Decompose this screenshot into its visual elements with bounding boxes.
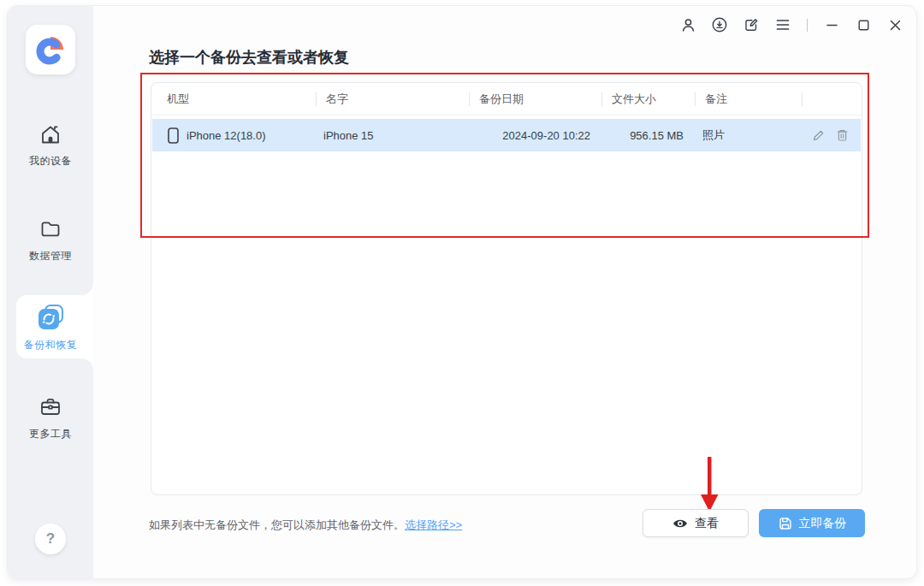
app-window: 我的设备 数据管理 备份和恢复	[7, 5, 917, 579]
tab-curve-bottom	[81, 358, 93, 370]
table-header: 机型 名字 备份日期 文件大小 备注	[151, 83, 862, 115]
save-icon	[778, 516, 792, 530]
sidebar-item-label: 更多工具	[29, 427, 72, 441]
sidebar-item-data-management[interactable]: 数据管理	[8, 216, 93, 263]
sidebar: 我的设备 数据管理 备份和恢复	[8, 6, 93, 578]
edit-pencil-icon[interactable]	[812, 129, 825, 142]
cell-date: 2024-09-20 10:22	[470, 119, 602, 151]
choose-path-link[interactable]: 选择路径>>	[405, 518, 462, 531]
header-name: 名字	[316, 83, 469, 115]
hint-text: 如果列表中无备份文件，您可以添加其他备份文件。	[149, 518, 405, 531]
help-button[interactable]: ?	[35, 524, 66, 554]
backup-button-label: 立即备份	[799, 516, 847, 531]
eye-icon	[672, 518, 688, 530]
home-icon	[38, 121, 63, 147]
feedback-icon[interactable]	[743, 17, 759, 33]
trash-icon[interactable]	[836, 128, 849, 142]
menu-icon[interactable]	[775, 17, 791, 33]
header-model: 机型	[151, 83, 316, 115]
cell-note: 照片	[696, 119, 803, 151]
header-actions	[802, 83, 862, 115]
sidebar-item-label: 备份和恢复	[24, 338, 78, 352]
table-row[interactable]: iPhone 12(18.0) iPhone 15 2024-09-20 10:…	[152, 119, 861, 151]
sidebar-item-more-tools[interactable]: 更多工具	[8, 394, 93, 441]
header-note: 备注	[695, 83, 802, 115]
sidebar-item-backup-restore[interactable]: 备份和恢复	[8, 304, 93, 352]
user-icon[interactable]	[680, 17, 696, 33]
backup-now-button[interactable]: 立即备份	[759, 509, 865, 537]
footer-hint: 如果列表中无备份文件，您可以添加其他备份文件。选择路径>>	[149, 518, 462, 533]
cell-model: iPhone 12(18.0)	[152, 119, 317, 151]
view-button-label: 查看	[695, 516, 719, 531]
model-text: iPhone 12(18.0)	[187, 129, 266, 142]
cell-size: 956.15 MB	[602, 119, 696, 151]
backup-list-panel: 机型 名字 备份日期 文件大小 备注 iPhone 12(18.0) iPhon…	[151, 82, 862, 495]
phone-icon	[168, 127, 179, 144]
minimize-button[interactable]	[824, 17, 839, 33]
app-logo-icon	[33, 32, 68, 68]
titlebar-divider	[807, 19, 808, 32]
close-button[interactable]	[887, 17, 903, 33]
header-size: 文件大小	[601, 83, 695, 115]
cell-actions	[803, 119, 861, 151]
question-icon: ?	[46, 530, 55, 548]
tab-curve-top	[81, 283, 93, 295]
header-date: 备份日期	[469, 83, 601, 115]
cell-name: iPhone 15	[317, 119, 470, 151]
app-logo	[26, 25, 75, 74]
briefcase-icon	[38, 394, 63, 420]
folder-icon	[38, 216, 63, 242]
download-icon[interactable]	[712, 17, 727, 33]
sidebar-item-label: 数据管理	[29, 249, 72, 263]
maximize-button[interactable]	[856, 17, 871, 33]
sidebar-item-my-device[interactable]: 我的设备	[8, 121, 93, 169]
page-title: 选择一个备份去查看或者恢复	[149, 47, 349, 68]
sidebar-item-label: 我的设备	[29, 154, 72, 169]
backup-sync-icon	[37, 304, 64, 331]
titlebar-controls	[680, 17, 903, 33]
view-button[interactable]: 查看	[643, 509, 749, 537]
